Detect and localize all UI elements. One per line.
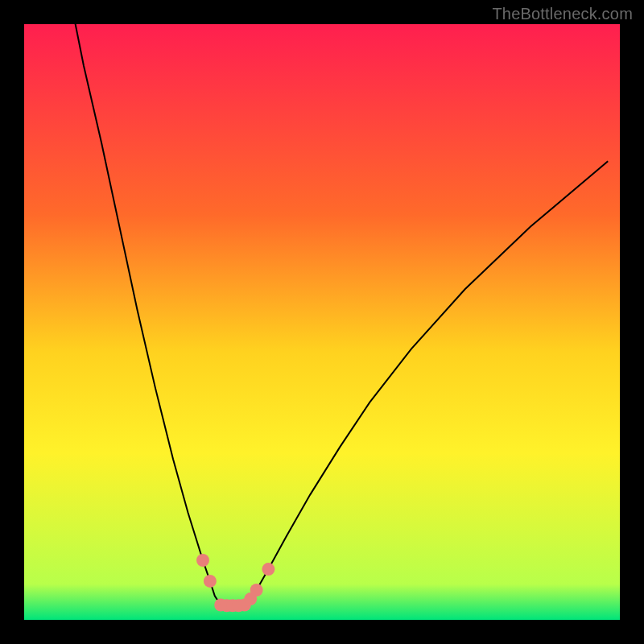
watermark-text: TheBottleneck.com <box>492 5 633 23</box>
marker-dot <box>204 575 217 588</box>
plot-background <box>24 24 620 620</box>
chart-stage: TheBottleneck.com <box>0 0 644 644</box>
marker-dot <box>196 554 209 567</box>
marker-dot <box>250 584 263 597</box>
marker-dot <box>262 563 275 576</box>
chart-svg <box>0 0 644 644</box>
